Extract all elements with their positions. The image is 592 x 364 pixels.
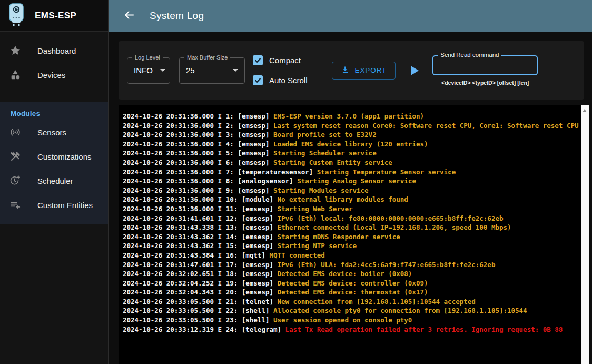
sidebar-item-label: Custom Entities: [37, 201, 93, 210]
send-read-input[interactable]: [433, 56, 537, 74]
list-plus-icon: [9, 199, 22, 211]
arrow-left-icon: [123, 9, 135, 23]
send-read-group: Send Read command <deviceID> <typeID> [o…: [432, 55, 538, 86]
boiler-icon: [7, 3, 26, 29]
sidebar-item-label: Sensors: [37, 128, 66, 137]
log-line: 2024-10-26 20:31:36.000 I 10: [module] N…: [123, 195, 579, 204]
sidebar-item-label: Scheduler: [37, 176, 73, 185]
download-icon: [341, 65, 350, 76]
checkbox-group: Compact Auto Scroll: [253, 55, 308, 85]
chevron-down-icon: [160, 69, 165, 72]
log-line: 2024-10-26 20:31:36.000 I 7: [temperatur…: [123, 168, 579, 177]
sensors-icon: [9, 126, 22, 138]
log-line: 2024-10-26 20:31:36.000 I 5: [emsesp] St…: [123, 149, 579, 158]
log-line: 2024-10-26 20:33:12.319 E 24: [telegram]…: [123, 325, 579, 335]
modules-section-header: Modules: [0, 102, 108, 120]
send-command-play-button[interactable]: [411, 66, 419, 75]
brand: EMS-ESP: [0, 0, 108, 32]
send-read-label: Send Read command: [438, 52, 501, 58]
log-scrollbar[interactable]: [581, 105, 589, 364]
log-line: 2024-10-26 20:31:41.601 I 12: [emsesp] I…: [123, 214, 579, 223]
log-line: 2024-10-26 20:31:36.000 I 11: [emsesp] S…: [123, 204, 579, 214]
log-line: 2024-10-26 20:31:43.362 I 14: [emsesp] S…: [123, 232, 579, 242]
star-icon: [9, 45, 22, 56]
log-line: 2024-10-26 20:31:36.000 I 9: [emsesp] St…: [123, 186, 579, 195]
checkbox-checked-icon: [253, 75, 263, 85]
sidebar-item-devices[interactable]: Devices: [0, 63, 108, 87]
sidebar: EMS-ESP Dashboard Devices Modules: [0, 0, 109, 364]
log-line: 2024-10-26 20:31:36.000 I 4: [emsesp] Lo…: [123, 140, 579, 149]
sidebar-item-label: Dashboard: [37, 46, 76, 55]
compact-label: Compact: [269, 56, 301, 65]
checkbox-checked-icon: [253, 55, 263, 65]
log-line: 2024-10-26 20:31:36.000 I 2: [emsesp] La…: [123, 121, 579, 131]
log-console: 2024-10-26 20:31:36.000 I 1: [emsesp] EM…: [119, 105, 589, 364]
max-buffer-value: 25: [186, 66, 195, 75]
log-line: 2024-10-26 20:31:43.338 I 13: [emsesp] E…: [123, 223, 579, 232]
sidebar-item-label: Customizations: [37, 152, 92, 161]
log-line: 2024-10-26 20:31:36.000 I 1: [emsesp] EM…: [123, 112, 579, 121]
log-level-select[interactable]: Log Level INFO: [127, 57, 170, 84]
log-line: 2024-10-26 20:31:36.000 I 6: [emsesp] St…: [123, 158, 579, 168]
log-line: 2024-10-26 20:31:47.601 I 17: [emsesp] I…: [123, 260, 579, 270]
max-buffer-select[interactable]: Max Buffer Size 25: [179, 57, 245, 84]
tools-icon: [9, 151, 22, 162]
topbar: System Log: [109, 0, 592, 32]
log-line: 2024-10-26 20:32:02.651 I 18: [emsesp] D…: [123, 269, 579, 279]
sidebar-item-customizations[interactable]: Customizations: [0, 144, 108, 169]
export-button[interactable]: EXPORT: [332, 62, 396, 80]
clock-plus-icon: [9, 175, 22, 186]
log-line: 2024-10-26 20:31:36.000 I 3: [emsesp] Bo…: [123, 130, 579, 140]
app-title: EMS-ESP: [35, 11, 76, 21]
back-button[interactable]: [123, 9, 135, 23]
send-read-hint: <deviceID> <typeID> [offset] [len]: [441, 80, 529, 86]
log-level-value: INFO: [134, 66, 153, 75]
auto-scroll-checkbox[interactable]: Auto Scroll: [253, 75, 308, 85]
log-line: 2024-10-26 20:33:05.500 I 21: [telnet] N…: [123, 297, 579, 307]
log-toolbar: Log Level INFO Max Buffer Size 25 Compac…: [119, 41, 584, 100]
log-line: 2024-10-26 20:33:05.500 I 22: [shell] Al…: [123, 306, 579, 316]
log-line: 2024-10-26 20:33:05.500 I 23: [shell] Us…: [123, 316, 579, 325]
log-line: 2024-10-26 20:32:04.343 I 20: [emsesp] D…: [123, 288, 579, 297]
shapes-icon: [9, 69, 22, 81]
log-line: 2024-10-26 20:31:43.384 I 16: [mqtt] MQT…: [123, 251, 579, 260]
export-button-label: EXPORT: [355, 66, 387, 74]
page-title: System Log: [150, 10, 204, 22]
chevron-down-icon: [233, 69, 238, 72]
sidebar-modules-section: Modules Sensors: [0, 102, 108, 224]
send-read-field: Send Read command: [432, 55, 538, 75]
sidebar-item-label: Devices: [37, 71, 65, 80]
sidebar-item-scheduler[interactable]: Scheduler: [0, 169, 108, 193]
log-lines: 2024-10-26 20:31:36.000 I 1: [emsesp] EM…: [119, 105, 589, 334]
sidebar-item-dashboard[interactable]: Dashboard: [0, 38, 108, 63]
scroll-up-icon: [583, 109, 587, 112]
log-line: 2024-10-26 20:31:36.000 I 8: [analogsens…: [123, 176, 579, 186]
auto-scroll-label: Auto Scroll: [269, 76, 308, 85]
log-line: 2024-10-26 20:31:43.362 I 15: [emsesp] S…: [123, 241, 579, 251]
log-level-label: Log Level: [132, 54, 163, 61]
sidebar-item-custom-entities[interactable]: Custom Entities: [0, 193, 108, 217]
compact-checkbox[interactable]: Compact: [253, 55, 308, 65]
sidebar-nav: Dashboard Devices Modules: [0, 32, 108, 224]
max-buffer-label: Max Buffer Size: [184, 54, 230, 61]
app-window: EMS-ESP Dashboard Devices Modules: [0, 0, 592, 364]
sidebar-item-sensors[interactable]: Sensors: [0, 120, 108, 144]
log-line: 2024-10-26 20:32:04.252 I 19: [emsesp] D…: [123, 279, 579, 288]
